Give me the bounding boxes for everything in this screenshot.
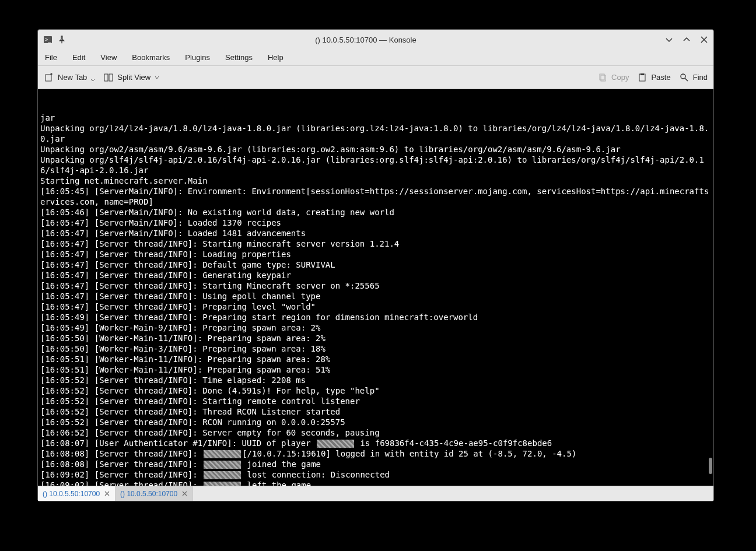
new-tab-label: New Tab [58, 73, 87, 82]
terminal-line: [16:09:02] [Server thread/INFO]: left th… [40, 480, 711, 486]
terminal-line: [16:05:47] [Server thread/INFO]: Default… [40, 259, 711, 270]
terminal-line: [16:05:46] [ServerMain/INFO]: No existin… [40, 207, 711, 217]
terminal-line: [16:05:49] [Worker-Main-9/INFO]: Prepari… [40, 322, 711, 333]
terminal-line: [16:09:02] [Server thread/INFO]: lost co… [40, 469, 711, 480]
scrollbar-thumb[interactable] [709, 458, 712, 474]
paste-label: Paste [651, 73, 670, 82]
terminal-line: [16:05:50] [Worker-Main-3/INFO]: Prepari… [40, 343, 711, 354]
close-icon[interactable] [103, 490, 110, 497]
copy-button[interactable]: Copy [597, 72, 629, 83]
terminal-line: [16:05:52] [Server thread/INFO]: Done (4… [40, 385, 711, 396]
terminal-line: [16:05:52] [Server thread/INFO]: Thread … [40, 406, 711, 417]
terminal-line: Starting net.minecraft.server.Main [40, 176, 711, 186]
menu-view[interactable]: View [98, 52, 119, 63]
terminal-line: [16:05:47] [Server thread/INFO]: Loading… [40, 249, 711, 259]
terminal-line: [16:05:47] [Server thread/INFO]: Startin… [40, 238, 711, 249]
terminal-line: Unpacking org/ow2/asm/asm/9.6/asm-9.6.ja… [40, 144, 711, 155]
split-view-label: Split View [117, 73, 150, 82]
pin-icon[interactable] [57, 34, 67, 45]
svg-rect-2 [46, 75, 51, 81]
terminal-line: [16:05:45] [ServerMain/INFO]: Environmen… [40, 186, 711, 207]
menu-bookmarks[interactable]: Bookmarks [130, 52, 172, 63]
menu-plugins[interactable]: Plugins [183, 52, 212, 63]
svg-point-9 [681, 74, 685, 79]
chevron-down-icon [90, 78, 95, 83]
tab-label: () 10.0.5.50:10700 [120, 490, 177, 498]
redacted-username [317, 440, 354, 448]
redacted-username [204, 461, 241, 469]
terminal-line: [16:05:49] [Server thread/INFO]: Prepari… [40, 312, 711, 322]
split-view-button[interactable]: Split View [103, 72, 160, 83]
tab-2[interactable]: () 10.0.5.50:10700 [116, 486, 193, 501]
close-button[interactable] [699, 35, 709, 44]
menu-file[interactable]: File [43, 52, 60, 63]
terminal-line: [16:05:51] [Worker-Main-11/INFO]: Prepar… [40, 354, 711, 364]
find-button[interactable]: Find [679, 72, 708, 83]
new-tab-button[interactable]: New Tab [44, 72, 95, 83]
close-icon[interactable] [181, 490, 188, 497]
svg-text:>_: >_ [45, 37, 51, 43]
terminal-line: [16:05:52] [Server thread/INFO]: Time el… [40, 375, 711, 385]
paste-icon [637, 72, 648, 83]
terminal-line: [16:08:08] [Server thread/INFO]: [/10.0.… [40, 448, 711, 459]
tab-1[interactable]: () 10.0.5.50:10700 [38, 486, 116, 501]
svg-rect-4 [109, 74, 113, 81]
maximize-button[interactable] [682, 35, 691, 44]
terminal-view[interactable]: jarUnpacking org/lz4/lz4-java/1.8.0/lz4-… [38, 89, 713, 486]
redacted-username [204, 471, 241, 479]
find-label: Find [693, 73, 708, 82]
split-view-icon [103, 72, 114, 83]
new-tab-icon [44, 72, 54, 83]
konsole-window: >_ () 10.0.5.50:10700 — Konsole File Edi… [37, 29, 714, 501]
terminal-line: [16:05:52] [Server thread/INFO]: RCON ru… [40, 417, 711, 427]
svg-rect-3 [104, 74, 108, 81]
terminal-line: [16:06:52] [Server thread/INFO]: Server … [40, 427, 711, 438]
tabbar: () 10.0.5.50:10700 () 10.0.5.50:10700 [38, 486, 713, 501]
terminal-line: jar [40, 113, 711, 123]
terminal-line: [16:05:47] [Server thread/INFO]: Using e… [40, 291, 711, 301]
terminal-line: [16:05:47] [ServerMain/INFO]: Loaded 137… [40, 217, 711, 228]
paste-button[interactable]: Paste [637, 72, 670, 83]
menu-help[interactable]: Help [265, 52, 286, 63]
terminal-line: [16:08:08] [Server thread/INFO]: joined … [40, 459, 711, 469]
menu-settings[interactable]: Settings [223, 52, 255, 63]
window-title: () 10.0.5.50:10700 — Konsole [67, 36, 664, 44]
menubar: File Edit View Bookmarks Plugins Setting… [38, 50, 713, 66]
menu-edit[interactable]: Edit [70, 52, 88, 63]
terminal-scrollbar[interactable] [708, 89, 712, 486]
tab-label: () 10.0.5.50:10700 [43, 490, 100, 498]
app-icon: >_ [43, 34, 53, 45]
toolbar: New Tab Split View Copy [38, 66, 713, 89]
chevron-down-icon [154, 75, 160, 80]
terminal-line: [16:05:50] [Worker-Main-11/INFO]: Prepar… [40, 333, 711, 343]
minimize-button[interactable] [664, 35, 674, 44]
terminal-line: Unpacking org/slf4j/slf4j-api/2.0.16/slf… [40, 155, 711, 176]
redacted-username [204, 482, 241, 486]
copy-icon [597, 72, 608, 83]
terminal-line: [16:05:47] [ServerMain/INFO]: Loaded 148… [40, 228, 711, 238]
terminal-line: [16:05:47] [Server thread/INFO]: Generat… [40, 270, 711, 280]
terminal-line: Unpacking org/lz4/lz4-java/1.8.0/lz4-jav… [40, 123, 711, 144]
titlebar: >_ () 10.0.5.50:10700 — Konsole [38, 30, 713, 50]
terminal-line: [16:08:07] [User Authenticator #1/INFO]:… [40, 438, 711, 448]
redacted-username [204, 450, 241, 458]
terminal-line: [16:05:51] [Worker-Main-11/INFO]: Prepar… [40, 364, 711, 375]
svg-rect-8 [640, 73, 644, 75]
terminal-line: [16:05:52] [Server thread/INFO]: Startin… [40, 396, 711, 406]
terminal-line: [16:05:47] [Server thread/INFO]: Prepari… [40, 301, 711, 312]
terminal-line: [16:05:47] [Server thread/INFO]: Startin… [40, 280, 711, 291]
search-icon [679, 72, 690, 83]
copy-label: Copy [611, 73, 629, 82]
